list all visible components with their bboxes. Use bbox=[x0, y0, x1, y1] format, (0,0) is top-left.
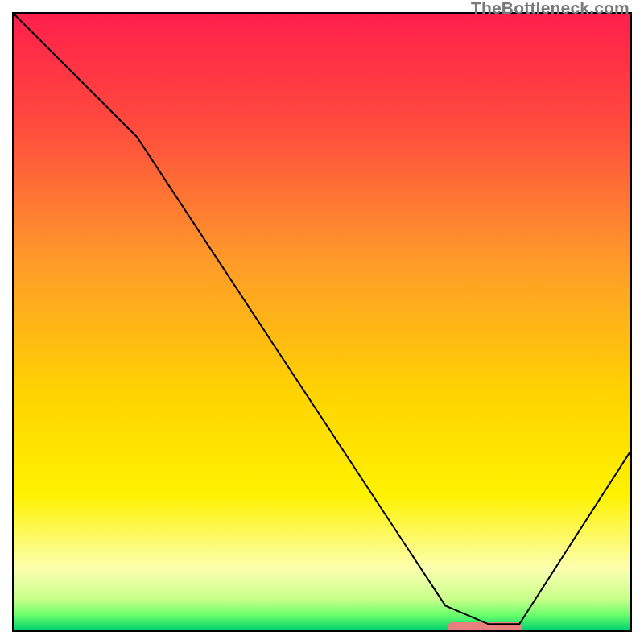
chart-canvas: TheBottleneck.com bbox=[0, 0, 644, 644]
plot-area bbox=[12, 12, 632, 632]
watermark-text: TheBottleneck.com bbox=[471, 0, 630, 16]
optimal-range-marker bbox=[448, 622, 522, 632]
svg-rect-0 bbox=[14, 14, 630, 630]
gradient-background bbox=[14, 14, 630, 630]
